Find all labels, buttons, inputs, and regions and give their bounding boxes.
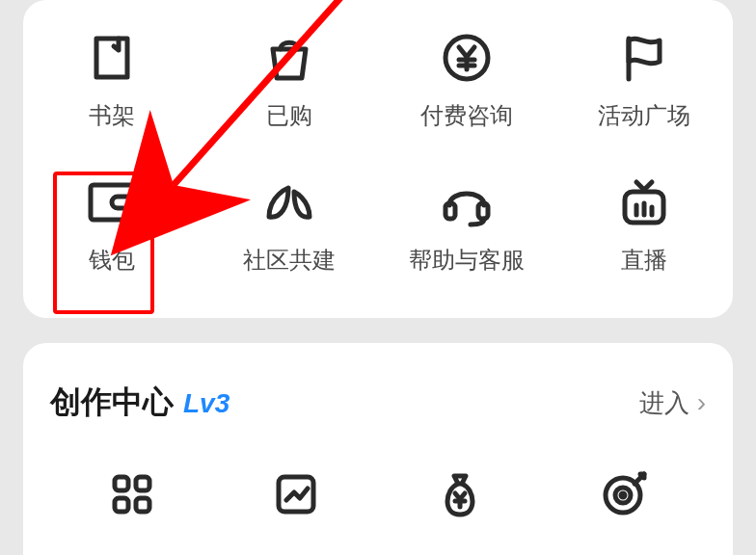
grid-icon: [109, 471, 155, 517]
grid-item-paid-consult[interactable]: 付费咨询: [378, 29, 555, 131]
flag-icon: [615, 29, 673, 87]
wallet-icon: [83, 173, 141, 231]
grid-item-label: 钱包: [89, 245, 135, 276]
grid-item-label: 直播: [621, 245, 667, 276]
grid-item-activity-square[interactable]: 活动广场: [555, 29, 733, 131]
headset-icon: [438, 173, 496, 231]
creator-center-card: 创作中心 Lv3 进入 ›: [23, 343, 733, 555]
leaves-icon: [260, 173, 318, 231]
level-badge: Lv3: [183, 388, 230, 419]
creator-center-header: 创作中心 Lv3 进入 ›: [50, 382, 706, 424]
enter-link-label: 进入: [639, 386, 689, 420]
svg-rect-8: [115, 498, 128, 512]
earnings-button[interactable]: [434, 468, 486, 520]
yen-circle-icon: [438, 29, 496, 87]
creator-center-title-group: 创作中心 Lv3: [50, 382, 230, 424]
target-icon: [600, 470, 648, 518]
grid-item-label: 付费咨询: [420, 100, 513, 131]
grid-item-label: 帮助与客服: [409, 245, 525, 276]
creator-center-icon-row: [50, 468, 706, 520]
grid-item-label: 书架: [89, 100, 135, 131]
feature-grid-card: 书架 已购: [23, 0, 733, 318]
svg-rect-3: [478, 203, 488, 219]
apps-button[interactable]: [106, 468, 158, 520]
grid-item-label: 已购: [266, 100, 312, 131]
svg-rect-9: [136, 498, 149, 512]
grid-item-help-support[interactable]: 帮助与客服: [378, 173, 555, 276]
grid-row-1: 书架 已购: [23, 29, 733, 131]
svg-rect-7: [136, 477, 149, 490]
book-icon: [83, 29, 141, 87]
svg-rect-6: [115, 477, 128, 490]
svg-rect-2: [446, 203, 455, 219]
svg-point-13: [621, 493, 625, 497]
chart-icon: [273, 471, 319, 517]
creator-center-title: 创作中心: [50, 382, 174, 424]
grid-item-community-build[interactable]: 社区共建: [201, 173, 378, 276]
enter-link[interactable]: 进入 ›: [639, 386, 706, 420]
grid-item-bookshelf[interactable]: 书架: [23, 29, 201, 131]
grid-item-label: 社区共建: [243, 245, 336, 276]
analytics-button[interactable]: [270, 468, 322, 520]
chevron-right-icon: ›: [697, 387, 706, 418]
tv-icon: [615, 173, 673, 231]
goals-button[interactable]: [598, 468, 650, 520]
bag-icon: [260, 29, 318, 87]
grid-item-wallet[interactable]: 钱包: [23, 173, 201, 276]
grid-item-label: 活动广场: [598, 100, 690, 131]
grid-item-purchased[interactable]: 已购: [201, 29, 378, 131]
grid-row-2: 钱包 社区共建: [23, 173, 733, 276]
money-bag-icon: [437, 470, 483, 518]
grid-item-live[interactable]: 直播: [555, 173, 733, 276]
